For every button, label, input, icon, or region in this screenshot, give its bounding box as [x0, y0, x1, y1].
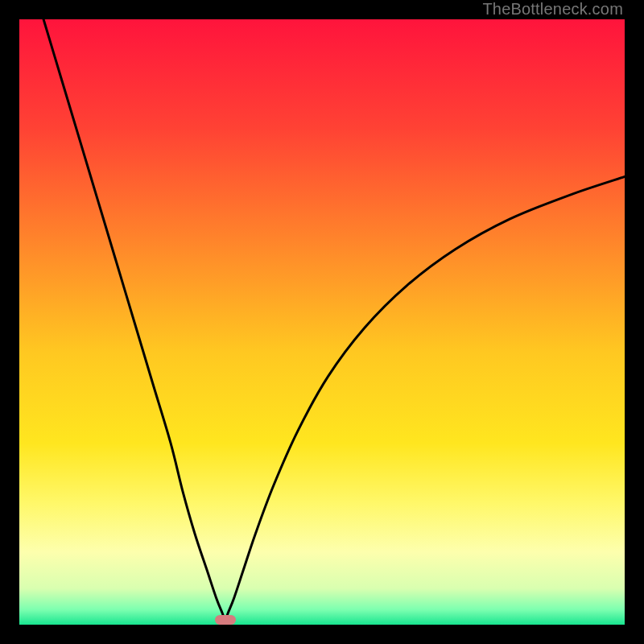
chart-background-gradient	[19, 19, 625, 625]
watermark-text: TheBottleneck.com	[482, 0, 623, 19]
svg-rect-0	[19, 19, 625, 625]
optimal-point-marker	[215, 615, 236, 625]
chart-plot-area	[19, 19, 625, 625]
